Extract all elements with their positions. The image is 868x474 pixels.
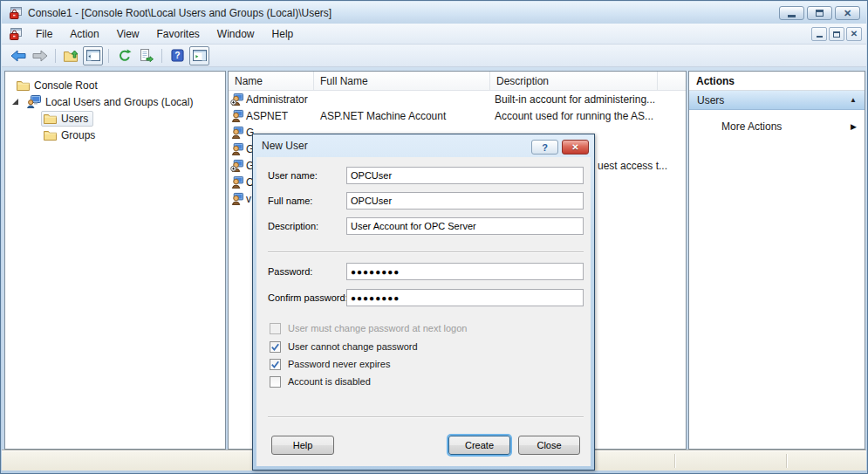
user-disabled-icon [230, 159, 243, 172]
child-restore-button[interactable] [829, 27, 844, 41]
user-name-label: User name: [268, 167, 318, 184]
create-button[interactable]: Create [448, 436, 510, 455]
cell-description: Account used for running the AS... [495, 107, 653, 124]
menu-action[interactable]: Action [62, 25, 106, 43]
forward-icon [32, 49, 48, 63]
question-icon: ? [542, 142, 548, 153]
tree-item-label: Local Users and Groups (Local) [45, 96, 193, 108]
checkbox-row-cannot-change-password[interactable]: User cannot change password [270, 340, 418, 354]
computer-users-icon [27, 95, 41, 108]
dialog-close-button[interactable]: ✕ [562, 140, 589, 155]
minimize-icon [817, 36, 823, 38]
close-dialog-button[interactable]: Close [518, 436, 580, 455]
tree-selection: Users [41, 111, 93, 127]
dialog-title-bar: New User [258, 134, 308, 156]
actions-header: Actions [689, 72, 865, 91]
user-icon [230, 109, 243, 122]
close-button[interactable]: ✕ [835, 6, 860, 20]
tree-item-label: Groups [61, 129, 95, 141]
cell-description: Built-in account for administering... [495, 91, 655, 107]
column-header-name[interactable]: Name [229, 72, 314, 90]
menu-window[interactable]: Window [209, 25, 263, 43]
checkbox-unchecked-icon[interactable] [270, 376, 281, 388]
toolbar-separator [55, 49, 56, 63]
back-icon [10, 49, 26, 63]
close-icon: ✕ [851, 30, 858, 38]
user-icon [230, 175, 243, 189]
restore-icon [816, 10, 824, 17]
user-icon [230, 192, 243, 205]
new-user-dialog: New User ? ✕ User name: Full name: Descr… [252, 134, 595, 471]
svg-text:?: ? [174, 51, 180, 60]
refresh-button[interactable] [114, 46, 134, 65]
back-button[interactable] [8, 46, 28, 65]
help-button[interactable]: ? [167, 46, 188, 65]
menu-help[interactable]: Help [264, 25, 302, 43]
column-header-full-name[interactable]: Full Name [314, 72, 490, 90]
actions-group-users[interactable]: Users ▲ [689, 91, 865, 110]
user-name-field[interactable] [346, 167, 584, 184]
minimize-button[interactable] [779, 6, 804, 20]
statusbar-separator [786, 454, 787, 468]
help-icon: ? [171, 49, 184, 62]
actions-pane: Actions Users ▲ More Actions ▶ [688, 71, 865, 450]
forward-button[interactable] [30, 46, 50, 65]
checkbox-checked-icon[interactable] [270, 341, 281, 353]
folder-icon [44, 113, 57, 124]
user-icon [230, 126, 243, 139]
tree-item-users[interactable]: Users [41, 110, 93, 127]
checkbox-checked-icon[interactable] [270, 359, 281, 370]
checkbox-unchecked-disabled-icon [270, 323, 281, 334]
password-field[interactable] [346, 263, 584, 280]
export-list-icon [140, 49, 154, 63]
menu-favorites[interactable]: Favorites [149, 25, 208, 43]
column-header-filler [658, 72, 686, 90]
password-label: Password: [268, 263, 312, 280]
description-field[interactable] [346, 217, 584, 235]
separator [268, 416, 584, 418]
table-row-administrator[interactable]: Administrator Built-in account for admin… [229, 91, 686, 107]
full-name-field[interactable] [346, 192, 584, 210]
up-one-level-button[interactable] [61, 46, 81, 65]
checkbox-label: User cannot change password [288, 341, 418, 352]
restore-button[interactable] [807, 6, 832, 20]
checkbox-row-account-disabled[interactable]: Account is disabled [270, 374, 371, 388]
child-minimize-button[interactable] [811, 27, 827, 41]
separator [268, 251, 584, 253]
folder-icon [17, 79, 30, 91]
table-row-aspnet[interactable]: ASPNET ASP.NET Machine Account Account u… [229, 107, 686, 124]
more-actions-item[interactable]: More Actions ▶ [689, 118, 865, 135]
toolbar-separator [108, 49, 109, 63]
show-console-tree-button[interactable] [83, 46, 103, 65]
help-dialog-button[interactable]: Help [271, 436, 334, 455]
show-action-pane-button[interactable] [189, 46, 209, 65]
mmc-window: Console1 - [Console Root\Local Users and… [0, 0, 868, 474]
mmc-app-icon [9, 6, 23, 20]
cell-full-name: ASP.NET Machine Account [320, 107, 446, 124]
checkbox-label: Password never expires [288, 359, 390, 369]
tree-item-console-root[interactable]: Console Root [17, 77, 98, 93]
expander-icon[interactable] [12, 99, 18, 105]
confirm-password-field[interactable] [346, 289, 584, 306]
checkbox-row-must-change-password[interactable]: User must change password at next logon [270, 321, 467, 335]
menu-file[interactable]: File [28, 25, 60, 43]
menu-view[interactable]: View [109, 25, 147, 43]
child-close-button[interactable]: ✕ [846, 27, 862, 41]
tree-item-groups[interactable]: Groups [44, 127, 95, 143]
column-header-description[interactable]: Description [490, 72, 658, 90]
collapse-icon[interactable]: ▲ [850, 96, 857, 104]
checkbox-row-password-never-expires[interactable]: Password never expires [270, 357, 390, 371]
cell-name: v [246, 193, 251, 205]
tree-item-label: Users [61, 113, 88, 125]
close-icon: ✕ [571, 142, 578, 152]
tree-item-local-users-and-groups[interactable]: Local Users and Groups (Local) [12, 93, 193, 110]
actions-group-label: Users [697, 94, 724, 106]
checkbox-label: User must change password at next logon [288, 323, 467, 333]
show-console-tree-icon [86, 50, 100, 61]
toolbar-separator [161, 49, 162, 63]
export-list-button[interactable] [136, 46, 156, 65]
restore-icon [833, 31, 840, 38]
window-title: Console1 - [Console Root\Local Users and… [28, 7, 331, 19]
more-actions-label: More Actions [721, 120, 782, 133]
dialog-help-button[interactable]: ? [531, 140, 558, 155]
